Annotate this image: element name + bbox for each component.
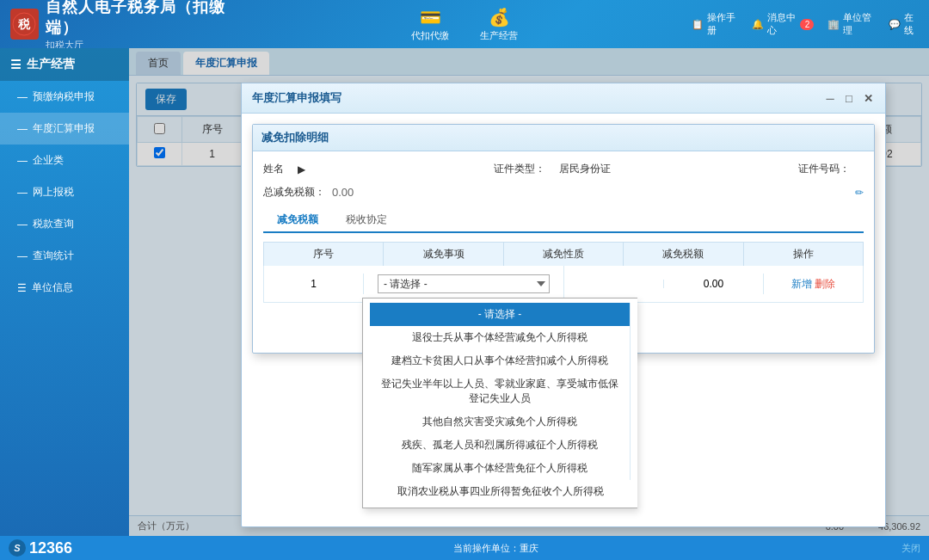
total-label: 总减免税额： <box>263 185 325 200</box>
form-row-identity: 姓名 ▶ 证件类型： 居民身份证 证件号码： <box>263 162 864 176</box>
sidebar-item-danwei[interactable]: ☰ 单位信息 <box>0 272 129 304</box>
dropdown-option-7[interactable]: 取消农业税从事四业所得暂免征收个人所得税 <box>370 480 631 503</box>
main-dialog: 年度汇算申报填写 ─ □ ✕ 减免扣除明细 姓名 <box>241 83 886 527</box>
dialog-body: 减免扣除明细 姓名 ▶ 证件类型： 居民身份证 证件号码： <box>242 114 885 526</box>
wangshang-icon: — <box>17 187 28 199</box>
tool-online-label: 在线 <box>904 11 919 37</box>
app-logo-icon: 税 <box>10 9 39 40</box>
subdialog-body: 姓名 ▶ 证件类型： 居民身份证 证件号码： 总减免税额： 0. <box>253 151 874 353</box>
item-dropdown[interactable]: - 请选择 - <box>378 274 550 293</box>
tool-message[interactable]: 🔔 消息中心 2 <box>752 11 814 37</box>
sidebar-item-niandu[interactable]: — 年度汇算申报 <box>0 113 129 145</box>
footer-close-button[interactable]: 关闭 <box>901 542 920 555</box>
yujiao-icon: — <box>17 91 28 103</box>
sidebar-item-shuikuan[interactable]: — 税款查询 <box>0 208 129 240</box>
tool-manual-label: 操作手册 <box>707 11 738 37</box>
company-icon: 🏢 <box>827 19 840 30</box>
message-icon: 🔔 <box>752 19 764 30</box>
sidebar-title: 生产经营 <box>27 57 75 72</box>
name-label: 姓名 <box>263 162 284 176</box>
tool-message-label: 消息中心 <box>767 11 797 37</box>
header-tools: 📋 操作手册 🔔 消息中心 2 🏢 单位管理 💬 在线 <box>692 11 919 37</box>
dialog-close-icon[interactable]: ✕ <box>861 91 875 105</box>
sidebar-item-qiye[interactable]: — 企业类 <box>0 145 129 176</box>
dialog-header-icons: ─ □ ✕ <box>823 91 875 105</box>
row-amount: 0.00 <box>664 274 764 294</box>
nav-daijiao[interactable]: 💳 代扣代缴 <box>404 3 456 46</box>
content-area: 首页 年度汇算申报 保存 序号 纳税人姓名 证 <box>129 48 929 536</box>
col-nature-h: 减免性质 <box>504 243 624 266</box>
dropdown-option-1[interactable]: 退役士兵从事个体经营减免个人所得税 <box>370 326 631 349</box>
dialog-max-icon[interactable]: □ <box>842 91 856 105</box>
sidebar-item-yujiao-label: 预缴纳税申报 <box>33 89 95 104</box>
footer-logo-icon: S <box>9 539 26 557</box>
chaxun-icon: — <box>17 250 28 262</box>
idtype-value: 居民身份证 <box>559 162 611 176</box>
idtype-label: 证件类型： <box>494 162 545 176</box>
tool-company[interactable]: 🏢 单位管理 <box>827 11 874 37</box>
total-value: 0.00 <box>332 186 354 199</box>
niandu-icon: — <box>17 123 28 135</box>
sidebar-item-chaxun[interactable]: — 查询统计 <box>0 240 129 272</box>
delete-button[interactable]: 删除 <box>815 277 835 292</box>
col-amount-h: 减免税额 <box>624 243 743 266</box>
subdialog-header: 减免扣除明细 <box>253 125 874 151</box>
dropdown-option-5[interactable]: 残疾、孤老人员和烈属所得减征个人所得税 <box>370 434 631 457</box>
dropdown-option-4[interactable]: 其他自然灾害受灾减免个人所得税 <box>370 410 631 434</box>
dropdown-option-6[interactable]: 随军家属从事个体经营免征个人所得税 <box>370 457 631 480</box>
nav-shengchan[interactable]: 💰 生产经营 <box>473 3 525 46</box>
sidebar-item-wangshang-label: 网上报税 <box>33 185 74 200</box>
subdialog: 减免扣除明细 姓名 ▶ 证件类型： 居民身份证 证件号码： <box>252 124 875 354</box>
nav-daijiao-label: 代扣代缴 <box>411 29 449 42</box>
dropdown-container: - 请选择 - - 请选择 - 退役士兵从事个体经营减免个人所得税 建档立卡贫困… <box>371 270 557 298</box>
add-button[interactable]: 新增 <box>791 277 812 292</box>
row-ops: 新增 删除 <box>764 273 863 296</box>
row-number: 1 <box>264 274 364 294</box>
sidebar-menu-icon: ☰ <box>10 58 22 71</box>
danwei-icon: ☰ <box>17 282 27 294</box>
manual-icon: 📋 <box>692 19 704 30</box>
message-badge: 2 <box>800 19 814 30</box>
edit-icon[interactable]: ✏ <box>855 187 864 199</box>
sidebar-item-yujiao[interactable]: — 预缴纳税申报 <box>0 81 129 113</box>
tool-online[interactable]: 💬 在线 <box>889 11 919 37</box>
sidebar-item-danwei-label: 单位信息 <box>32 280 73 295</box>
online-icon: 💬 <box>889 19 901 30</box>
footer-unit: 当前操作单位：重庆 <box>453 542 538 555</box>
dialog-min-icon[interactable]: ─ <box>823 91 837 105</box>
sub-tabs: 减免税额 税收协定 <box>263 208 864 233</box>
sidebar-item-wangshang[interactable]: — 网上报税 <box>0 176 129 208</box>
footer: S 12366 当前操作单位：重庆 关闭 <box>0 536 929 560</box>
row-nature <box>564 280 664 288</box>
sidebar-item-shuikuan-label: 税款查询 <box>33 217 74 231</box>
sidebar-item-chaxun-label: 查询统计 <box>33 249 74 263</box>
sidebar-item-qiye-label: 企业类 <box>33 153 64 168</box>
dropdown-option-3[interactable]: 登记失业半年以上人员、零就业家庭、享受城市低保登记失业人员 <box>370 372 631 410</box>
dialog-title: 年度汇算申报填写 <box>252 90 341 106</box>
idno-label: 证件号码： <box>798 162 850 176</box>
total-row: 总减免税额： 0.00 ✏ <box>263 185 864 200</box>
app-logo-area: 税 自然人电子税务局（扣缴端） 扣税大厅 <box>10 0 237 52</box>
nav-shengchan-label: 生产经营 <box>480 29 518 42</box>
main-layout: ☰ 生产经营 — 预缴纳税申报 — 年度汇算申报 — 企业类 — 网上报税 — … <box>0 48 929 536</box>
table-data-row: 1 - 请选择 - - 请选择 - <box>263 266 864 303</box>
dropdown-option-0[interactable]: - 请选择 - <box>370 303 631 326</box>
tool-manual[interactable]: 📋 操作手册 <box>692 11 738 37</box>
app-title: 自然人电子税务局（扣缴端） <box>46 0 237 38</box>
tab-shuishou[interactable]: 税收协定 <box>332 208 401 233</box>
logo-svg: 税 <box>12 12 36 36</box>
tab-jianjian[interactable]: 减免税额 <box>263 208 332 233</box>
sidebar: ☰ 生产经营 — 预缴纳税申报 — 年度汇算申报 — 企业类 — 网上报税 — … <box>0 48 129 536</box>
daijiao-icon: 💳 <box>420 7 441 28</box>
shuikuan-icon: — <box>17 218 28 231</box>
qiye-icon: — <box>17 155 28 167</box>
subdialog-title: 减免扣除明细 <box>261 131 329 144</box>
col-op-h: 操作 <box>744 243 863 266</box>
footer-logo: S 12366 <box>9 539 72 557</box>
app-title-group: 自然人电子税务局（扣缴端） 扣税大厅 <box>46 0 237 52</box>
dialog-header: 年度汇算申报填写 ─ □ ✕ <box>242 83 885 114</box>
dropdown-option-2[interactable]: 建档立卡贫困人口从事个体经营扣减个人所得税 <box>370 349 631 372</box>
dropdown-list: - 请选择 - 退役士兵从事个体经营减免个人所得税 建档立卡贫困人口从事个体经营… <box>362 298 637 508</box>
inner-table-header: 序号 减免事项 减免性质 减免税额 操作 <box>263 242 864 266</box>
col-no-h: 序号 <box>264 243 384 266</box>
